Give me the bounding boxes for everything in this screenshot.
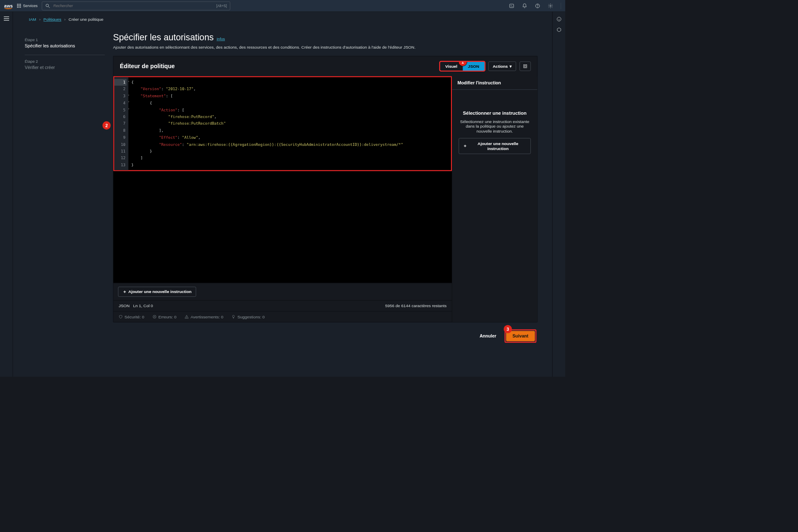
svg-rect-7 [525, 65, 526, 67]
svg-point-5 [550, 5, 551, 6]
help-icon[interactable] [535, 3, 540, 8]
lightbulb-icon [232, 315, 236, 319]
wizard-steps: Étape 1 Spécifier les autorisations Étap… [13, 30, 113, 377]
statement-side-panel: Modifier l'instruction Sélectionner une … [452, 76, 537, 322]
editor-code[interactable]: { "Version": "2012-10-17", "Statement": … [128, 77, 451, 170]
editor-actions-label: Actions [493, 64, 507, 69]
breadcrumb-iam[interactable]: IAM [29, 17, 36, 22]
right-help-rail [552, 12, 565, 377]
step2-title[interactable]: Vérifier et créer [25, 65, 105, 70]
services-label: Services [23, 3, 37, 8]
plus-icon: ＋ [463, 143, 467, 149]
fullscreen-button[interactable] [520, 62, 531, 71]
policy-editor-panel: Éditeur de politique 1 Visuel JSON Actio… [113, 56, 537, 323]
cloudshell-icon[interactable] [509, 3, 515, 8]
hex-icon[interactable] [556, 27, 562, 32]
services-menu[interactable]: Services [17, 3, 37, 8]
svg-rect-6 [524, 65, 527, 68]
info-icon[interactable] [556, 17, 562, 22]
callout-3: 3 [504, 325, 512, 333]
settings-icon[interactable] [548, 3, 553, 8]
svg-point-9 [187, 318, 187, 318]
cancel-button[interactable]: Annuler [478, 333, 498, 339]
side-select-title: Sélectionner une instruction [459, 111, 531, 116]
step2-label: Étape 2 [25, 59, 105, 64]
search-input[interactable] [53, 3, 214, 8]
aws-logo[interactable]: aws [4, 3, 13, 8]
next-button[interactable]: Suivant [506, 331, 535, 341]
notifications-icon[interactable] [522, 3, 527, 8]
json-editor[interactable]: 2 1 2 3 4 5 6 7 [113, 76, 452, 171]
wizard-footer: Annuler 3 Suivant [113, 323, 537, 345]
lint-suggestions[interactable]: Suggestions: 0 [232, 315, 265, 319]
svg-line-1 [48, 6, 49, 7]
lint-errors[interactable]: Erreurs: 0 [153, 315, 177, 319]
editor-statusbar: JSON Ln 1, Col 0 5956 de 6144 caractères… [113, 300, 452, 311]
error-icon [153, 315, 157, 319]
chevron-right-icon: › [64, 17, 66, 22]
editor-mode-segment: 1 Visuel JSON [440, 62, 485, 71]
lint-warnings[interactable]: Avertissements: 0 [185, 315, 223, 319]
global-header: aws Services [Alt+S] [0, 0, 565, 12]
status-cursor: Ln 1, Col 0 [133, 303, 153, 308]
global-search[interactable]: [Alt+S] [42, 1, 230, 10]
header-utilities [509, 2, 561, 9]
info-link[interactable]: Infos [217, 37, 225, 42]
add-statement-button[interactable]: ＋ Ajouter une nouvelle instruction [118, 287, 196, 297]
plus-icon: ＋ [123, 289, 127, 295]
caret-down-icon: ▾ [510, 64, 512, 69]
status-mode: JSON [118, 303, 129, 308]
side-panel-title: Modifier l'instruction [452, 76, 537, 90]
step1-label: Étape 1 [25, 38, 105, 42]
editor-title: Éditeur de politique [120, 63, 175, 69]
svg-point-0 [46, 4, 48, 7]
editor-gutter: 1 2 3 4 5 6 7 8 9 [114, 77, 128, 170]
side-select-desc: Sélectionnez une instruction existante d… [459, 119, 531, 133]
side-add-label: Ajouter une nouvelle instruction [470, 141, 527, 151]
side-add-statement-button[interactable]: ＋Ajouter une nouvelle instruction [459, 138, 531, 154]
editor-empty-area [113, 171, 452, 283]
warning-icon [185, 315, 189, 319]
search-icon [45, 3, 50, 8]
left-nav-toggle[interactable] [4, 17, 9, 21]
fullscreen-icon [523, 64, 527, 69]
callout-2: 2 [102, 121, 111, 130]
step1-title[interactable]: Spécifier les autorisations [25, 43, 105, 48]
left-nav-rail [0, 12, 13, 377]
shield-icon [118, 315, 123, 319]
add-statement-label: Ajouter une nouvelle instruction [128, 289, 192, 294]
services-grid-icon [17, 4, 21, 8]
breadcrumb-policies[interactable]: Politiques [44, 17, 62, 22]
page-title: Spécifier les autorisations [113, 32, 214, 42]
status-chars: 5956 de 6144 caractères restants [385, 303, 447, 308]
lint-security[interactable]: Sécurité: 0 [118, 315, 144, 319]
editor-lintbar: Sécurité: 0 Erreurs: 0 Avertissements: 0… [113, 311, 452, 322]
breadcrumb-current: Créer une politique [69, 17, 103, 22]
chevron-right-icon: › [39, 17, 40, 22]
editor-actions-menu[interactable]: Actions ▾ [488, 62, 516, 71]
search-shortcut: [Alt+S] [217, 4, 227, 8]
svg-point-4 [537, 7, 538, 7]
breadcrumb: IAM › Politiques › Créer une politique [13, 12, 552, 29]
main-content: Spécifier les autorisations Infos Ajoute… [113, 30, 552, 377]
page-description: Ajouter des autorisations en sélectionna… [113, 45, 537, 49]
